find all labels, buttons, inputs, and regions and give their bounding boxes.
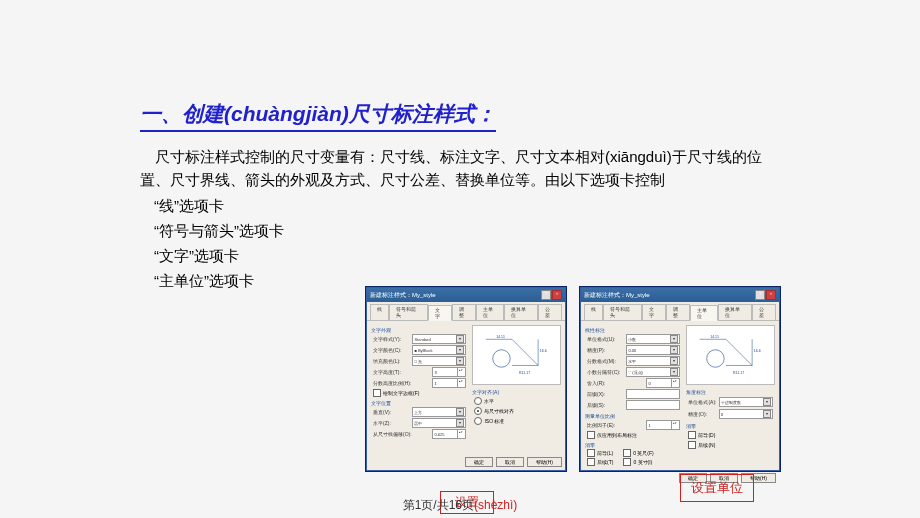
label-align-aligned: 与尺寸线对齐 — [484, 408, 514, 414]
cancel-button[interactable]: 取消 — [496, 457, 524, 467]
checkbox-ang-leading[interactable] — [688, 431, 696, 439]
label-trailing: 后续(T) — [597, 459, 613, 465]
tab-tolerance[interactable]: 公差 — [538, 304, 562, 320]
label-layout-only: 仅应用到布局标注 — [597, 432, 637, 438]
chevron-down-icon: ▾ — [456, 357, 464, 365]
spin-text-height[interactable]: 3▴▾ — [432, 367, 466, 377]
label-offset: 从尺寸线偏移(O): — [373, 431, 430, 437]
checkbox-leading[interactable] — [587, 449, 595, 457]
combo-unit-format[interactable]: 小数▾ — [626, 334, 680, 344]
help-icon[interactable]: ? — [541, 290, 551, 300]
chevron-down-icon: ▾ — [456, 335, 464, 343]
label-unit-format: 单位格式(U): — [587, 336, 624, 342]
label-scale-factor: 比例因子(E): — [587, 422, 644, 428]
spin-offset[interactable]: 0.625▴▾ — [432, 429, 466, 439]
dialog-titlebar[interactable]: 新建标注样式：My_style ? × — [581, 288, 779, 302]
section-appearance: 文字外观 — [371, 327, 468, 333]
radio-iso[interactable] — [474, 417, 482, 425]
tab-item-symbol: “符号与箭头”选项卡 — [154, 222, 780, 241]
help-button[interactable]: 帮助(H) — [527, 457, 562, 467]
label-leading: 前导(L) — [597, 450, 613, 456]
radio-aligned[interactable] — [474, 407, 482, 415]
tab-primary-unit[interactable]: 主单位 — [476, 304, 505, 320]
tab-primary-unit[interactable]: 主单位 — [690, 305, 719, 321]
label-prefix: 前缀(X): — [587, 391, 624, 397]
svg-text:14.11: 14.11 — [711, 335, 720, 339]
tab-item-line: “线”选项卡 — [154, 197, 780, 216]
section-align: 文字对齐(A) — [472, 389, 561, 395]
label-feet: 0 英尺(F) — [633, 450, 654, 456]
tab-symbol[interactable]: 符号和箭头 — [603, 304, 642, 320]
label-text-style: 文字样式(Y): — [373, 336, 410, 342]
footer-pinyin: (shèzhì) — [474, 498, 517, 512]
close-icon[interactable]: × — [552, 290, 562, 300]
radio-horizontal[interactable] — [474, 397, 482, 405]
tab-tolerance[interactable]: 公差 — [752, 304, 776, 320]
ok-button[interactable]: 确定 — [465, 457, 493, 467]
dialog-title-text: 新建标注样式：My_style — [584, 291, 650, 300]
preview-image: 14.11 16.6 R11.17 — [686, 325, 775, 385]
spin-frac-scale[interactable]: 1▴▾ — [432, 378, 466, 388]
tab-line[interactable]: 线 — [584, 304, 603, 320]
svg-text:14.11: 14.11 — [497, 335, 506, 339]
combo-separator[interactable]: '.' (逗点)▾ — [626, 367, 680, 377]
section-position: 文字位置 — [371, 400, 468, 406]
checkbox-draw-frame[interactable] — [373, 389, 381, 397]
combo-fill-color[interactable]: □ 无▾ — [412, 356, 466, 366]
tab-symbol[interactable]: 符号和箭头 — [389, 304, 428, 320]
checkbox-feet[interactable] — [623, 449, 631, 457]
combo-text-color[interactable]: ■ ByBlock▾ — [412, 345, 466, 355]
dialog-tabs: 线 符号和箭头 文字 调整 主单位 换算单位 公差 — [367, 302, 565, 321]
tab-alt-unit[interactable]: 换算单位 — [504, 304, 538, 320]
spin-round[interactable]: 0▴▾ — [646, 378, 680, 388]
label-horizontal: 水平(Z): — [373, 420, 410, 426]
preview-image: 14.11 16.6 R11.17 — [472, 325, 561, 385]
combo-frac-format[interactable]: 水平▾ — [626, 356, 680, 366]
label-suffix: 后缀(S): — [587, 402, 624, 408]
label-ang-trailing: 后续(N) — [698, 442, 715, 448]
input-prefix[interactable] — [626, 389, 680, 399]
spin-scale-factor[interactable]: 1▴▾ — [646, 420, 680, 430]
tab-text[interactable]: 文字 — [428, 305, 452, 321]
label-ang-format: 单位格式(A): — [688, 399, 717, 405]
label-align-iso: ISO 标准 — [484, 418, 504, 424]
combo-text-style[interactable]: Standard▾ — [412, 334, 466, 344]
intro-paragraph: 尺寸标注样式控制的尺寸变量有：尺寸线、标注文字、尺寸文本相对(xiāngduì)… — [140, 146, 780, 191]
section-ang-zero: 消零 — [686, 423, 775, 429]
close-icon[interactable]: × — [766, 290, 776, 300]
chevron-down-icon: ▾ — [456, 346, 464, 354]
checkbox-inches[interactable] — [623, 458, 631, 466]
tab-adjust[interactable]: 调整 — [452, 304, 476, 320]
checkbox-layout-only[interactable] — [587, 431, 595, 439]
combo-horizontal[interactable]: 居中▾ — [412, 418, 466, 428]
section-title: 一、创建(chuàngjiàn)尺寸标注样式： — [140, 100, 496, 132]
tab-text[interactable]: 文字 — [642, 304, 666, 320]
label-fill-color: 填充颜色(L): — [373, 358, 410, 364]
caption-unit-setting: 设置单位 — [680, 474, 754, 502]
page-footer: 第1页/共16页(shèzhì) — [403, 497, 518, 514]
input-suffix[interactable] — [626, 400, 680, 410]
svg-text:R11.17: R11.17 — [519, 371, 530, 375]
combo-ang-precision[interactable]: 0▾ — [719, 409, 773, 419]
label-draw-frame: 绘制文字边框(F) — [383, 390, 419, 396]
combo-precision[interactable]: 0.00▾ — [626, 345, 680, 355]
svg-text:R11.17: R11.17 — [733, 371, 744, 375]
combo-vertical[interactable]: 上方▾ — [412, 407, 466, 417]
label-separator: 小数分隔符(C): — [587, 369, 624, 375]
tab-line[interactable]: 线 — [370, 304, 389, 320]
label-precision: 精度(P): — [587, 347, 624, 353]
combo-ang-format[interactable]: 十进制度数▾ — [719, 397, 773, 407]
dialog-tabs: 线 符号和箭头 文字 调整 主单位 换算单位 公差 — [581, 302, 779, 321]
tab-alt-unit[interactable]: 换算单位 — [718, 304, 752, 320]
dialog-titlebar[interactable]: 新建标注样式：My_style ? × — [367, 288, 565, 302]
help-icon[interactable]: ? — [755, 290, 765, 300]
svg-text:16.6: 16.6 — [754, 349, 761, 353]
checkbox-ang-trailing[interactable] — [688, 441, 696, 449]
section-scale: 测量单位比例 — [585, 413, 682, 419]
checkbox-trailing[interactable] — [587, 458, 595, 466]
label-ang-leading: 前导(D) — [698, 432, 715, 438]
label-text-height: 文字高度(T): — [373, 369, 430, 375]
tab-adjust[interactable]: 调整 — [666, 304, 690, 320]
dialog-unit-settings: 新建标注样式：My_style ? × 线 符号和箭头 文字 调整 主单位 换算… — [580, 287, 780, 471]
section-angular: 角度标注 — [686, 389, 775, 395]
